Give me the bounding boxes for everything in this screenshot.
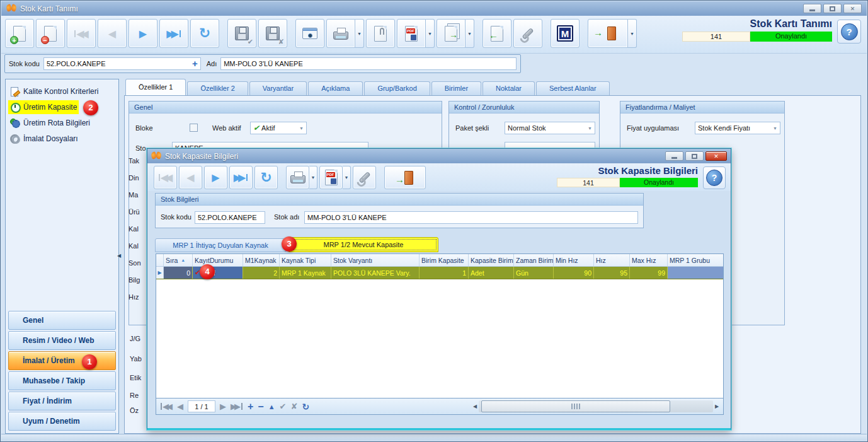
dialog-refresh-button[interactable]: ↻ <box>254 166 278 189</box>
horizontal-scrollbar[interactable]: ◀ ▶ <box>471 400 721 412</box>
preview-button[interactable] <box>295 19 324 48</box>
stock-name-input[interactable]: MM-POLO 3'LÜ KANEPE <box>220 57 517 70</box>
cell-zaman-birimi[interactable]: Gün <box>514 267 554 279</box>
pdf-dropdown-button[interactable]: ▼ <box>426 19 435 48</box>
fiyat-uygulamasi-select[interactable]: Stok Kendi Fiyatı▼ <box>695 122 780 134</box>
close-button[interactable]: ✕ <box>843 4 862 13</box>
cell-max-hiz[interactable]: 99 <box>630 267 668 279</box>
delete-record-button[interactable]: − <box>36 19 65 48</box>
grid-col-sira[interactable]: Sıra▲ <box>164 254 193 266</box>
attachment-button[interactable] <box>366 19 395 48</box>
scroll-right-icon[interactable]: ▶ <box>713 404 721 409</box>
tab-mrp12-mevcut-kapasite[interactable]: MRP 1/2 Mevcut Kapasite <box>288 237 438 252</box>
scrollbar-thumb[interactable] <box>481 400 670 412</box>
cell-hiz[interactable]: 95 <box>594 267 630 279</box>
dialog-stock-name-input[interactable]: MM-POLO 3'LÜ KANEPE <box>304 211 638 224</box>
grid-col-max-hiz[interactable]: Max Hız <box>630 254 668 266</box>
nav-button-imalat-uretim[interactable]: İmalat / Üretim <box>8 351 116 370</box>
bloke-checkbox[interactable] <box>190 124 198 132</box>
dialog-print-button[interactable] <box>286 166 309 189</box>
tab-noktalar[interactable]: Noktalar <box>483 81 535 95</box>
save-button[interactable]: ✔ <box>227 19 256 48</box>
exit-dropdown-button[interactable]: ▼ <box>628 19 637 48</box>
tab-birimler[interactable]: Birimler <box>431 81 481 95</box>
dialog-pdf-save-button[interactable]: PDF <box>319 166 343 189</box>
nav-button-fiyat-indirim[interactable]: Fiyat / İndirim <box>8 392 116 410</box>
tab-mrp1-ihtiyac-duyulan-kaynak[interactable]: MRP 1 İhtiyaç Duyulan Kaynak <box>155 238 286 252</box>
grid-col-stok-varyanti[interactable]: Stok Varyantı <box>331 254 420 266</box>
nav-button-uyum-denetim[interactable]: Uyum / Denetim <box>8 412 116 431</box>
splitter-collapse-icon[interactable]: ◀ <box>117 253 121 259</box>
first-record-button[interactable]: ◀◀ <box>67 19 96 48</box>
dialog-pdf-dropdown-button[interactable]: ▼ <box>343 166 351 189</box>
maximize-button[interactable] <box>823 4 842 13</box>
cell-kapasite-birimi[interactable]: Adet <box>469 267 514 279</box>
nav-prev-button[interactable]: ◀ <box>177 402 183 411</box>
grid-col-hiz[interactable]: Hız <box>594 254 630 266</box>
grid-col-kapasite-birimi[interactable]: Kapasite Birimi <box>469 254 514 266</box>
nav-delete-button[interactable]: − <box>258 401 263 412</box>
nav-cancel-button[interactable]: ✘ <box>290 402 297 411</box>
scrollbar-track[interactable] <box>479 400 713 412</box>
dialog-minimize-button[interactable] <box>665 151 683 161</box>
nav-refresh-button[interactable]: ↻ <box>302 402 309 412</box>
tab-ozellikler-1[interactable]: Özellikler 1 <box>125 79 186 95</box>
nav-button-muhasebe-takip[interactable]: Muhasebe / Takip <box>8 371 116 390</box>
dialog-last-record-button[interactable]: ▶▶ <box>229 166 253 189</box>
tab-serbest-alanlar[interactable]: Serbest Alanlar <box>536 81 610 95</box>
tab-varyantlar[interactable]: Varyantlar <box>249 81 307 95</box>
grid-col-m1kaynak[interactable]: M1Kaynak <box>243 254 280 266</box>
dialog-print-dropdown-button[interactable]: ▼ <box>309 166 317 189</box>
cell-min-hiz[interactable]: 90 <box>554 267 594 279</box>
copy-record-button[interactable]: → <box>437 19 465 48</box>
cell-kaynak-tipi[interactable]: MRP 1 Kaynak <box>280 267 331 279</box>
nav-post-button[interactable]: ✔ <box>280 402 287 411</box>
grid-col-birim-kapasite[interactable]: Birim Kapasite <box>420 254 469 266</box>
nav-edit-button[interactable]: ▲ <box>268 403 275 410</box>
dialog-previous-record-button[interactable]: ◀ <box>179 166 202 189</box>
dialog-maximize-button[interactable] <box>685 151 704 161</box>
import-record-button[interactable]: ← <box>483 19 511 48</box>
copy-dropdown-button[interactable]: ▼ <box>465 19 474 48</box>
tab-grup-barkod[interactable]: Grup/Barkod <box>364 81 430 95</box>
cell-stok-varyanti[interactable]: POLO 3LÜ KANEPE Vary. <box>331 267 420 279</box>
settings-button[interactable] <box>513 19 542 48</box>
sidebar-item-kalite-kontrol[interactable]: Kalite Kontrol Kriterleri <box>8 84 100 98</box>
dialog-settings-button[interactable] <box>353 166 376 189</box>
web-aktif-select[interactable]: ✔Aktif▼ <box>250 122 307 134</box>
save-cancel-button[interactable]: ✘ <box>258 19 287 48</box>
stock-code-input[interactable]: 52.POLO.KANEPE <box>43 57 201 70</box>
exit-button[interactable]: → <box>588 19 628 48</box>
nav-next-button[interactable]: ▶ <box>220 402 226 411</box>
dialog-close-button[interactable]: ✕ <box>705 151 727 161</box>
cell-m1kaynak[interactable]: 2 <box>243 267 280 279</box>
nav-add-button[interactable]: + <box>248 401 253 412</box>
cell-sira[interactable]: 0 <box>164 267 193 279</box>
nav-first-button[interactable]: ◀◀ <box>160 402 173 411</box>
minimize-button[interactable] <box>803 4 821 13</box>
scroll-left-icon[interactable]: ◀ <box>471 404 479 409</box>
paket-sekli-select[interactable]: Normal Stok▼ <box>505 122 595 134</box>
dialog-exit-button[interactable]: → <box>384 166 426 189</box>
next-record-button[interactable]: ▶ <box>128 19 157 48</box>
grid-col-kaynak-tipi[interactable]: Kaynak Tipi <box>280 254 331 266</box>
new-record-button[interactable]: + <box>5 19 34 48</box>
print-dropdown-button[interactable]: ▼ <box>355 19 364 48</box>
grid-col-zaman-birimi[interactable]: Zaman Birimi <box>514 254 554 266</box>
grid-col-kayitdurumu[interactable]: KayıtDurumu <box>193 254 243 266</box>
dialog-next-record-button[interactable]: ▶ <box>204 166 227 189</box>
cell-mrp1-grubu[interactable] <box>668 267 723 279</box>
nav-last-button[interactable]: ▶▶ <box>231 402 243 411</box>
grid-col-mrp1-grubu[interactable]: MRP 1 Grubu <box>668 254 723 266</box>
dialog-first-record-button[interactable]: ◀◀ <box>154 166 177 189</box>
dialog-stock-code-input[interactable]: 52.POLO.KANEPE <box>195 211 265 224</box>
pdf-save-button[interactable]: PDF <box>397 19 426 48</box>
print-button[interactable] <box>326 19 355 48</box>
sidebar-item-uretim-rota[interactable]: Üretim Rota Bilgileri <box>8 116 92 130</box>
tab-ozellikler-2[interactable]: Özellikler 2 <box>187 81 248 95</box>
stock-code-add-button[interactable]: + <box>192 57 198 70</box>
sidebar-item-imalat-dosyalari[interactable]: İmalat Dosyaları <box>8 132 80 146</box>
dialog-help-button[interactable]: ? <box>703 166 726 189</box>
refresh-button[interactable]: ↻ <box>190 19 219 48</box>
m-module-button[interactable]: M <box>551 19 580 48</box>
